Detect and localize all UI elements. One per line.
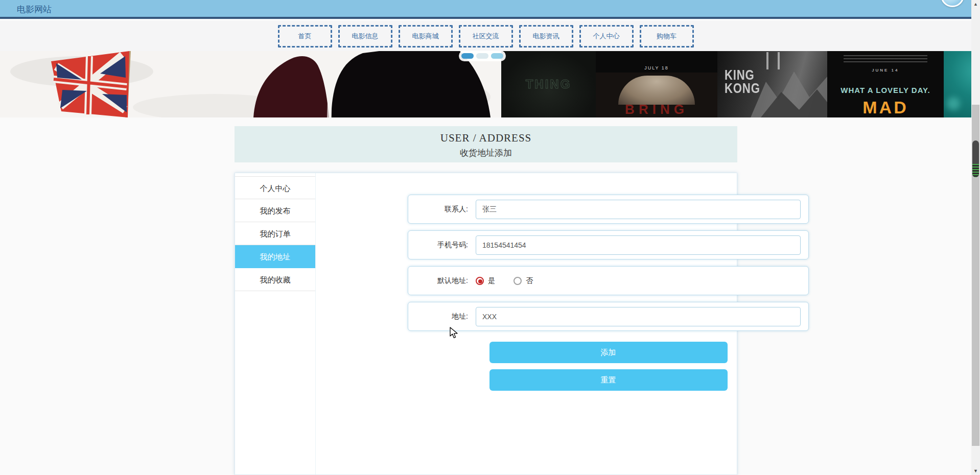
content-card: 个人中心 我的发布 我的订单 我的地址 我的收藏 联系人: 手机号码: 默认地址… [235,173,737,475]
nav-item-cart[interactable]: 购物车 [640,25,694,48]
main-nav: 首页 电影信息 电影商城 社区交流 电影资讯 个人中心 购物车 [0,21,971,51]
carousel-dot-1-active[interactable] [461,53,474,59]
poster-mad-release: JUNE 14 [872,68,899,73]
contact-row: 联系人: [408,195,809,224]
sidebar-item-my-posts[interactable]: 我的发布 [235,199,315,222]
kingsman-banner-art [0,51,501,117]
radio-option-no[interactable]: 否 [514,276,533,286]
poster-mad-tagline: WHAT A LOVELY DAY. [841,86,930,94]
globe-icon[interactable] [941,0,964,7]
reset-button[interactable]: 重置 [489,369,728,391]
default-address-label: 默认地址: [416,276,468,286]
poster-bring[interactable]: JULY 18 BRING [596,51,717,117]
poster-thing-title: THING [526,77,572,91]
poster-bring-arch-art [618,76,695,105]
poster-the-thing[interactable]: THING [501,51,596,117]
nav-item-home[interactable]: 首页 [278,25,332,48]
carousel-slide-kingsman[interactable] [0,51,501,117]
nav-item-community[interactable]: 社区交流 [459,25,513,48]
sidebar-item-my-address[interactable]: 我的地址 [235,245,315,268]
contact-input[interactable] [476,200,801,219]
poster-bring-date: JULY 18 [644,65,669,70]
nav-item-personal-center[interactable]: 个人中心 [579,25,634,48]
default-address-row: 默认地址: 是 否 [408,266,809,295]
poster-teal-blur-art [947,97,960,110]
default-address-radio-group: 是 否 [476,276,533,286]
poster-mad-title: MAD [862,98,908,117]
add-button[interactable]: 添加 [489,342,728,363]
radio-yes-icon[interactable] [476,277,484,285]
address-label: 地址: [416,312,468,321]
scrollbar-down-icon[interactable]: ▼ [971,467,980,475]
poster-king-kong[interactable]: KING KONG [717,51,827,117]
address-row: 地址: [408,302,809,331]
nav-item-movie-mall[interactable]: 电影商城 [399,25,453,48]
poster-teal[interactable] [944,51,971,117]
nav-item-movie-news[interactable]: 电影资讯 [519,25,573,48]
scrollbar[interactable]: ▲ ▼ [971,0,980,475]
sidebar-item-my-orders[interactable]: 我的订单 [235,222,315,245]
carousel-dot-2[interactable] [476,53,488,59]
poster-kong-mountains-art [751,61,827,117]
carousel-pager [459,51,506,61]
header-bar: 电影网站 [0,0,971,19]
radio-option-yes[interactable]: 是 [476,276,495,286]
nav-item-movie-info[interactable]: 电影信息 [338,25,392,48]
sidebar-item-personal-center[interactable]: 个人中心 [235,176,315,199]
page-title: 收货地址添加 [235,147,737,159]
sidebar: 个人中心 我的发布 我的订单 我的地址 我的收藏 [235,173,316,474]
radio-yes-label: 是 [488,276,495,286]
radio-no-icon[interactable] [514,277,522,285]
carousel-dot-3[interactable] [491,53,503,59]
page-heading: USER / ADDRESS 收货地址添加 [235,126,737,162]
phone-input[interactable] [476,235,801,255]
poster-bring-header: JULY 18 [596,51,717,73]
breadcrumb: USER / ADDRESS [235,132,737,145]
scrollbar-marker-stripes [972,164,979,177]
phone-row: 手机号码: [408,230,809,259]
address-form: 联系人: 手机号码: 默认地址: 是 否 [316,173,737,474]
poster-mad-max[interactable]: JUNE 14 WHAT A LOVELY DAY. MAD [827,51,944,117]
address-input[interactable] [476,307,801,326]
sidebar-item-my-favorites[interactable]: 我的收藏 [235,268,315,291]
site-title: 电影网站 [17,4,52,15]
contact-label: 联系人: [416,205,468,214]
scrollbar-up-icon[interactable]: ▲ [971,0,980,8]
scrollbar-marker [972,140,979,177]
radio-no-label: 否 [526,276,533,286]
poster-mad-credits-art [844,55,927,63]
phone-label: 手机号码: [416,241,468,250]
